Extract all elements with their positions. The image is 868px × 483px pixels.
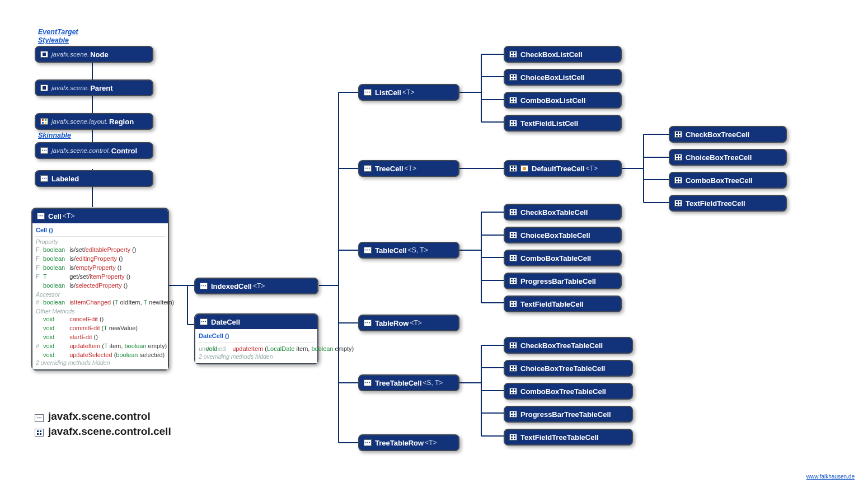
class-icon [509,434,517,440]
class-icon [37,213,45,219]
watermark-link[interactable]: www.falkhausen.de [806,473,855,480]
class-icon [40,51,48,58]
class-icon [509,278,517,284]
class-datecell[interactable]: DateCell DateCell () undefined void upda… [194,313,318,364]
class-icon [40,85,48,91]
diagram-canvas: EventTarget Styleable Skinnable javafx.s… [0,0,868,483]
class-icon [509,97,517,104]
class-icon [364,379,372,386]
class-icon [509,342,517,349]
class-icon [40,147,48,154]
class-icon [509,232,517,238]
class-icon [674,154,682,161]
class-icon [509,365,517,372]
class-icon [364,320,372,326]
interface-styleable[interactable]: Styleable [38,36,69,44]
class-icon [40,175,48,182]
class-icon [509,301,517,307]
class-icon [509,74,517,81]
class-icon [200,318,208,325]
interface-eventtarget[interactable]: EventTarget [38,28,78,36]
class-cell[interactable]: Cell <T> Cell () Property F boolean is/s… [31,208,169,371]
legend-control: javafx.scene.control [35,410,151,423]
class-icon [509,165,517,172]
package-icon [35,429,44,437]
class-icon [509,388,517,395]
class-icon [364,89,372,96]
class-icon [674,131,682,138]
class-icon [509,411,517,418]
class-icon [364,439,372,446]
class-cell-body: Cell () Property F boolean is/set/editab… [32,223,168,369]
class-icon [674,177,682,184]
class-icon [509,51,517,58]
class-icon [674,200,682,207]
class-icon [509,209,517,215]
class-icon [40,118,48,125]
class-icon [200,283,208,289]
class-datecell-body: DateCell () undefined void updateItem (L… [195,329,317,363]
interface-skinnable[interactable]: Skinnable [38,132,71,139]
inner-class-icon [520,165,528,172]
class-icon [364,165,372,172]
legend-cell: javafx.scene.control.cell [35,425,171,438]
class-icon [364,247,372,254]
class-icon [509,255,517,261]
package-icon [35,414,44,422]
class-icon [509,120,517,126]
